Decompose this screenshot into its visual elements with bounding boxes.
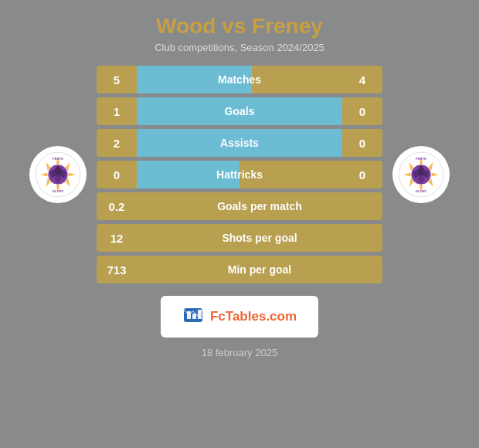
main-area: PERTH GLORY 5 Matches 4 1 Goals 0 2 — [0, 66, 479, 283]
stat-right-assists: 0 — [342, 137, 382, 150]
svg-rect-25 — [187, 311, 191, 319]
left-logo-area: PERTH GLORY — [19, 146, 97, 203]
right-logo-area: PERTH GLORY — [382, 146, 460, 203]
stats-area: 5 Matches 4 1 Goals 0 2 Assists 0 — [97, 66, 382, 283]
stat-left-hattricks: 0 — [97, 168, 137, 182]
svg-text:PERTH: PERTH — [53, 157, 63, 161]
stat-bar-goals: Goals — [137, 97, 342, 125]
svg-text:GLORY: GLORY — [416, 189, 427, 193]
fctables-fc: Fc — [210, 309, 226, 324]
stat-label-shots-per-goal: Shots per goal — [137, 232, 382, 244]
left-team-logo: PERTH GLORY — [29, 146, 87, 203]
match-subtitle: Club competitions, Season 2024/2025 — [155, 42, 324, 53]
stat-bar-hattricks: Hattricks — [137, 161, 342, 188]
stat-row-assists: 2 Assists 0 — [97, 129, 382, 157]
stat-row-min-per-goal: 713 Min per goal — [97, 256, 382, 283]
stat-left-goals: 1 — [97, 105, 137, 118]
stat-bar-assists: Assists — [137, 129, 342, 157]
stat-right-matches: 4 — [342, 73, 382, 87]
stat-right-hattricks: 0 — [342, 168, 382, 182]
stat-label-goals-per-match: Goals per match — [137, 200, 382, 212]
fctables-banner[interactable]: FcTables.com — [161, 296, 318, 338]
footer-date: 18 february 2025 — [202, 347, 277, 358]
stat-label-assists: Assists — [137, 137, 342, 149]
svg-text:PERTH: PERTH — [416, 157, 426, 161]
fctables-rest: Tables.com — [226, 309, 297, 324]
stat-right-goals: 0 — [342, 105, 382, 118]
stat-row-hattricks: 0 Hattricks 0 — [97, 161, 382, 188]
stat-label-matches: Matches — [137, 73, 342, 86]
stat-value-min-per-goal: 713 — [97, 263, 137, 277]
fctables-label: FcTables.com — [210, 309, 297, 324]
svg-text:GLORY: GLORY — [53, 189, 64, 193]
stat-value-goals-per-match: 0.2 — [97, 200, 137, 213]
right-team-logo: PERTH GLORY — [392, 146, 450, 203]
header: Wood vs Freney Club competitions, Season… — [155, 0, 324, 58]
stat-row-matches: 5 Matches 4 — [97, 66, 382, 93]
fctables-icon — [182, 304, 204, 330]
match-title: Wood vs Freney — [155, 14, 324, 39]
stat-bar-matches: Matches — [137, 66, 342, 93]
stat-left-matches: 5 — [97, 73, 137, 87]
stat-row-goals-per-match: 0.2 Goals per match — [97, 192, 382, 220]
stat-left-assists: 2 — [97, 137, 137, 150]
stat-label-hattricks: Hattricks — [137, 168, 342, 181]
stat-row-goals: 1 Goals 0 — [97, 97, 382, 125]
stat-label-min-per-goal: Min per goal — [137, 263, 382, 276]
stat-row-shots-per-goal: 12 Shots per goal — [97, 224, 382, 252]
stat-label-goals: Goals — [137, 105, 342, 117]
stat-value-shots-per-goal: 12 — [97, 232, 137, 245]
